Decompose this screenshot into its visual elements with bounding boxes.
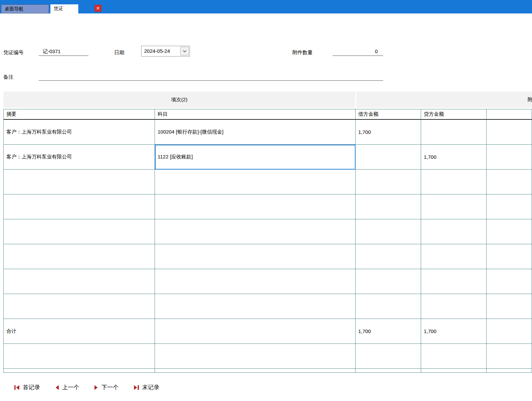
cell-account-focused[interactable]: 1122 [应收账款] xyxy=(155,145,356,170)
tab-desktop-navigation[interactable]: 桌面导航 xyxy=(1,4,49,13)
table-row: 客户：上海万科泵业有限公司 100204 [银行存款]-[微信现金] 1,700 xyxy=(4,120,532,145)
chevron-down-icon xyxy=(183,50,187,52)
first-record-icon xyxy=(14,385,20,390)
remark-field[interactable] xyxy=(39,72,383,81)
record-navigation: 首记录 上一个 下一个 末记录 xyxy=(14,384,159,391)
previous-record-button[interactable]: 上一个 xyxy=(55,384,79,391)
header-extra xyxy=(487,109,532,120)
cell-summary[interactable] xyxy=(4,170,155,194)
cell-account[interactable] xyxy=(155,269,356,294)
cell-debit[interactable] xyxy=(356,344,421,369)
cell-credit[interactable]: 1,700 xyxy=(421,145,487,170)
cell-account[interactable] xyxy=(155,344,356,369)
next-record-button[interactable]: 下一个 xyxy=(94,384,119,391)
total-extra xyxy=(487,319,532,344)
cell-debit[interactable]: 1,700 xyxy=(356,120,421,145)
cell-summary[interactable]: 客户：上海万科泵业有限公司 xyxy=(4,145,155,170)
close-tab-icon[interactable]: ✕ xyxy=(94,5,101,12)
date-dropdown-button[interactable] xyxy=(180,47,189,56)
cell-summary[interactable] xyxy=(4,194,155,219)
first-record-button[interactable]: 首记录 xyxy=(14,384,40,391)
cell-debit[interactable] xyxy=(356,145,421,170)
cell-summary[interactable] xyxy=(4,344,155,369)
cell-extra[interactable] xyxy=(487,244,532,269)
tab-line-items[interactable]: 项次(2) xyxy=(3,92,355,108)
cell-account[interactable]: 100204 [银行存款]-[微信现金] xyxy=(155,120,356,145)
table-row-empty xyxy=(4,244,532,269)
cell-debit[interactable] xyxy=(356,269,421,294)
cell-debit[interactable] xyxy=(356,219,421,244)
cell-account xyxy=(155,369,356,373)
cell-summary[interactable] xyxy=(4,269,155,294)
cell-credit xyxy=(421,369,487,373)
cell-summary[interactable] xyxy=(4,244,155,269)
cell-extra[interactable] xyxy=(487,219,532,244)
voucher-no-field[interactable]: 记-0371 xyxy=(39,47,88,56)
cell-extra[interactable] xyxy=(487,194,532,219)
next-record-icon xyxy=(94,385,98,390)
table-row-empty xyxy=(4,170,532,194)
cell-credit[interactable] xyxy=(421,244,487,269)
cell-account[interactable] xyxy=(155,244,356,269)
cell-account[interactable] xyxy=(155,219,356,244)
cell-summary[interactable] xyxy=(4,219,155,244)
cell-debit[interactable] xyxy=(356,294,421,319)
table-row-empty xyxy=(4,219,532,244)
cell-credit[interactable] xyxy=(421,170,487,194)
table-total-row: 合计 1,700 1,700 xyxy=(4,319,532,344)
cell-account[interactable] xyxy=(155,194,356,219)
header-credit: 贷方金额 xyxy=(421,109,487,120)
cell-extra[interactable] xyxy=(487,344,532,369)
cell-summary[interactable] xyxy=(4,294,155,319)
cell-debit[interactable] xyxy=(356,170,421,194)
cell-credit[interactable] xyxy=(421,344,487,369)
tab-voucher[interactable]: 凭证 xyxy=(50,4,78,13)
previous-record-label: 上一个 xyxy=(62,384,79,391)
total-debit: 1,700 xyxy=(356,319,421,344)
cell-summary[interactable]: 客户：上海万科泵业有限公司 xyxy=(4,120,155,145)
cell-account[interactable] xyxy=(155,170,356,194)
cell-extra[interactable] xyxy=(487,170,532,194)
total-account xyxy=(155,319,356,344)
voucher-no-label: 凭证编号 xyxy=(3,49,24,56)
table-header-row: 摘要 科目 借方金额 贷方金额 xyxy=(4,109,532,120)
table-row-empty xyxy=(4,269,532,294)
cell-extra[interactable] xyxy=(487,269,532,294)
attachment-count-label: 附件数量 xyxy=(292,49,313,56)
cell-extra xyxy=(487,369,532,373)
previous-record-icon xyxy=(55,385,59,390)
cell-credit[interactable] xyxy=(421,294,487,319)
cell-summary xyxy=(4,369,155,373)
remark-label: 备注 xyxy=(3,74,13,80)
total-credit: 1,700 xyxy=(421,319,487,344)
cell-credit[interactable] xyxy=(421,194,487,219)
titlebar: 桌面导航 凭证 ✕ xyxy=(0,0,532,13)
table-row-empty xyxy=(4,294,532,319)
voucher-table: 摘要 科目 借方金额 贷方金额 客户：上海万科泵业有限公司 100204 [银行… xyxy=(3,109,532,373)
date-field[interactable]: 2024-05-24 xyxy=(141,46,190,57)
cell-credit[interactable] xyxy=(421,219,487,244)
last-record-icon xyxy=(133,385,139,390)
cell-account[interactable] xyxy=(155,294,356,319)
tab-attachments[interactable]: 附件 xyxy=(356,92,532,108)
cell-credit[interactable] xyxy=(421,120,487,145)
header-account: 科目 xyxy=(155,109,356,120)
last-record-label: 末记录 xyxy=(142,384,159,391)
attachment-count-field[interactable]: 0 xyxy=(333,47,383,56)
cell-extra[interactable] xyxy=(487,294,532,319)
total-label: 合计 xyxy=(4,319,155,344)
cell-debit[interactable] xyxy=(356,244,421,269)
date-value: 2024-05-24 xyxy=(144,46,170,56)
last-record-button[interactable]: 末记录 xyxy=(133,384,159,391)
table-row-partial xyxy=(4,369,532,373)
cell-debit xyxy=(356,369,421,373)
header-summary: 摘要 xyxy=(4,109,155,120)
cell-extra[interactable] xyxy=(487,120,532,145)
table-row-empty xyxy=(4,194,532,219)
table-row-empty xyxy=(4,344,532,369)
header-debit: 借方金额 xyxy=(356,109,421,120)
cell-debit[interactable] xyxy=(356,194,421,219)
cell-credit[interactable] xyxy=(421,269,487,294)
cell-extra[interactable] xyxy=(487,145,532,170)
date-label: 日期 xyxy=(114,49,124,56)
